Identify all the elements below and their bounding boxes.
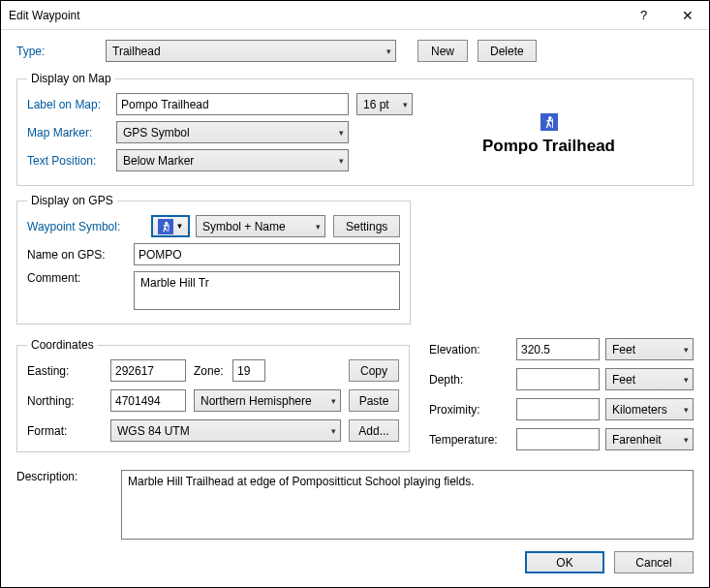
text-position-select[interactable]: Below Marker ▾ [116, 149, 349, 171]
dialog-footer: OK Cancel [16, 547, 694, 573]
copy-button[interactable]: Copy [349, 359, 399, 382]
easting-input[interactable] [110, 359, 186, 382]
symbol-mode-value: Symbol + Name [202, 220, 286, 233]
comment-label: Comment: [27, 271, 134, 285]
dialog-content: Type: Trailhead ▾ New Delete Display on … [1, 30, 709, 587]
northing-input[interactable] [110, 389, 186, 412]
svg-point-0 [548, 115, 552, 119]
font-size-value: 16 pt [363, 98, 389, 111]
display-on-gps-legend: Display on GPS [27, 194, 117, 207]
font-size-select[interactable]: 16 pt ▾ [356, 93, 413, 115]
elevation-input[interactable] [516, 338, 600, 360]
temperature-unit-value: Farenheit [612, 433, 662, 447]
chevron-down-icon: ▾ [316, 222, 321, 232]
proximity-input[interactable] [516, 398, 600, 420]
text-position-label: Text Position: [27, 154, 116, 168]
proximity-unit-select[interactable]: Kilometers ▾ [605, 398, 694, 420]
ok-button[interactable]: OK [525, 551, 604, 573]
preview-label: Pompo Trailhead [482, 137, 615, 156]
chevron-down-icon: ▾ [684, 375, 689, 385]
depth-label: Depth: [429, 373, 516, 387]
add-button[interactable]: Add... [349, 419, 399, 442]
hiker-icon [158, 219, 173, 234]
chevron-down-icon: ▾ [684, 435, 689, 445]
close-button[interactable]: ✕ [665, 1, 709, 29]
elevation-unit-select[interactable]: Feet ▾ [605, 338, 694, 360]
temperature-label: Temperature: [429, 433, 516, 447]
temperature-unit-select[interactable]: Farenheit ▾ [605, 428, 694, 450]
chevron-down-icon: ▾ [386, 46, 391, 56]
type-label: Type: [16, 45, 106, 58]
depth-unit-select[interactable]: Feet ▾ [605, 368, 694, 390]
type-value: Trailhead [112, 45, 161, 58]
map-marker-select[interactable]: GPS Symbol ▾ [116, 121, 349, 143]
northing-label: Northing: [27, 394, 110, 408]
proximity-label: Proximity: [429, 403, 516, 417]
delete-button[interactable]: Delete [478, 40, 537, 62]
waypoint-symbol-button[interactable]: ▼ [151, 215, 190, 237]
hiker-icon [540, 113, 558, 131]
comment-input[interactable] [134, 271, 400, 310]
description-label: Description: [16, 470, 121, 483]
hemisphere-select[interactable]: Northern Hemisphere ▾ [194, 389, 341, 412]
label-on-map-label: Label on Map: [27, 98, 116, 111]
waypoint-symbol-label: Waypoint Symbol: [27, 220, 134, 233]
map-marker-value: GPS Symbol [123, 126, 190, 139]
svg-point-2 [165, 221, 168, 224]
settings-button[interactable]: Settings [333, 215, 400, 237]
chevron-down-icon: ▾ [684, 345, 689, 355]
format-select[interactable]: WGS 84 UTM ▾ [110, 419, 341, 442]
display-on-map-legend: Display on Map [27, 72, 115, 85]
description-input[interactable] [121, 470, 694, 540]
format-label: Format: [27, 424, 110, 438]
coordinates-legend: Coordinates [27, 338, 98, 352]
chevron-down-icon: ▾ [684, 405, 689, 415]
chevron-down-icon: ▾ [339, 156, 344, 166]
display-on-gps-group: Display on GPS Waypoint Symbol: ▼ Symbol… [16, 194, 411, 325]
help-button[interactable]: ? [622, 1, 665, 29]
chevron-down-icon: ▾ [331, 426, 336, 436]
cancel-button[interactable]: Cancel [614, 551, 694, 573]
measures-group: Elevation: Feet ▾ Depth: Feet ▾ [429, 332, 694, 458]
elevation-label: Elevation: [429, 343, 516, 356]
name-on-gps-input[interactable] [134, 243, 400, 265]
temperature-input[interactable] [516, 428, 600, 450]
easting-label: Easting: [27, 364, 110, 378]
edit-waypoint-dialog: Edit Waypoint ? ✕ Type: Trailhead ▾ New … [0, 0, 710, 588]
marker-preview: Pompo Trailhead [415, 93, 683, 175]
symbol-mode-select[interactable]: Symbol + Name ▾ [196, 215, 325, 237]
chevron-down-icon: ▾ [339, 128, 344, 138]
type-row: Type: Trailhead ▾ New Delete [16, 40, 694, 62]
label-on-map-input[interactable] [116, 93, 349, 115]
type-select[interactable]: Trailhead ▾ [106, 40, 396, 62]
text-position-value: Below Marker [123, 154, 194, 168]
elevation-unit-value: Feet [612, 343, 635, 356]
hemisphere-value: Northern Hemisphere [201, 394, 312, 408]
window-title: Edit Waypoint [9, 9, 80, 22]
chevron-down-icon: ▾ [331, 396, 336, 406]
name-on-gps-label: Name on GPS: [27, 248, 134, 262]
chevron-down-icon: ▾ [403, 100, 408, 109]
zone-input[interactable] [232, 359, 265, 382]
display-on-map-group: Display on Map Label on Map: 16 pt ▾ Map… [16, 72, 694, 186]
coordinates-group: Coordinates Easting: Zone: Copy Northing… [16, 338, 410, 452]
chevron-down-icon: ▼ [176, 222, 184, 231]
proximity-unit-value: Kilometers [612, 403, 667, 417]
zone-label: Zone: [194, 364, 232, 378]
depth-input[interactable] [516, 368, 600, 390]
depth-unit-value: Feet [612, 373, 635, 387]
new-button[interactable]: New [417, 40, 468, 62]
titlebar: Edit Waypoint ? ✕ [1, 1, 709, 30]
map-marker-label: Map Marker: [27, 126, 116, 139]
format-value: WGS 84 UTM [117, 424, 190, 438]
paste-button[interactable]: Paste [349, 389, 399, 412]
titlebar-controls: ? ✕ [622, 1, 709, 29]
